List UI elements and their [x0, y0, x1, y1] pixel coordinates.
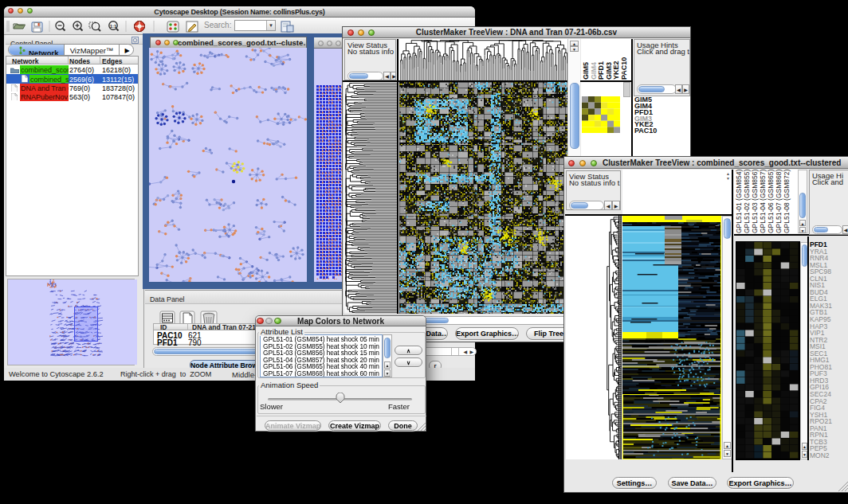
svg-text:1:1: 1:1 — [110, 24, 117, 29]
